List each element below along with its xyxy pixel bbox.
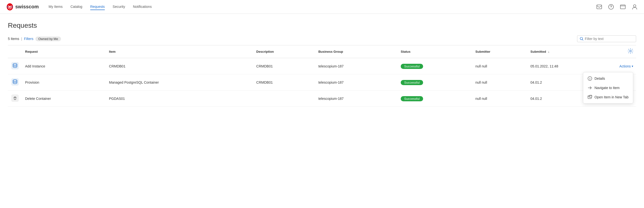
window-icon-button[interactable]: [620, 3, 626, 10]
mail-icon-button[interactable]: [596, 3, 603, 10]
row-item: Managed PostgreSQL Container: [106, 74, 253, 91]
row-business-group: telescopium-187: [315, 91, 398, 107]
nav-icon-group: [596, 3, 638, 10]
row-status: Successful: [398, 58, 472, 74]
page-title: Requests: [8, 22, 636, 29]
filter-text-input[interactable]: [585, 37, 634, 41]
dropdown-item-details[interactable]: Details: [583, 74, 633, 83]
row-business-group: telescopium-187: [315, 74, 398, 91]
svg-rect-11: [11, 62, 19, 69]
dropdown-item-navigate[interactable]: Navigate to Item: [583, 83, 633, 93]
row-request: Delete Container: [22, 91, 106, 107]
info-icon: [588, 76, 592, 81]
row-status: Successful: [398, 74, 472, 91]
table-settings-button[interactable]: [628, 48, 633, 55]
status-badge: Successful: [401, 96, 423, 101]
row-icon-cell: [8, 74, 22, 91]
row-submitter: null null: [472, 58, 528, 74]
nav-link-security[interactable]: Security: [113, 4, 125, 10]
svg-rect-23: [11, 95, 19, 102]
col-submitted[interactable]: Submitted ↓: [528, 45, 616, 58]
table-row: Delete Container PGDAS01 telescopium-187…: [8, 91, 636, 107]
status-badge: Successful: [401, 64, 423, 69]
user-icon: [632, 4, 637, 9]
svg-rect-19: [590, 95, 592, 97]
row-icon-cell: [8, 58, 22, 74]
svg-line-9: [582, 39, 583, 40]
nav-links: My Items Catalog Requests Security Notif…: [49, 4, 596, 10]
toolbar-left: 5 Items | Filters Owned by Me: [8, 37, 61, 41]
actions-dropdown-menu: Details Navigate to Item: [583, 72, 633, 104]
nav-link-notifications[interactable]: Notifications: [133, 4, 152, 10]
col-submitter[interactable]: Submitter: [472, 45, 528, 58]
help-icon: [608, 4, 614, 9]
arrow-right-icon: [588, 86, 592, 90]
status-badge: Successful: [401, 80, 423, 85]
col-settings: [616, 45, 636, 58]
logo: swisscom: [6, 3, 39, 11]
row-submitter: null null: [472, 74, 528, 91]
row-submitter: null null: [472, 91, 528, 107]
nav-link-my-items[interactable]: My Items: [49, 4, 63, 10]
row-description: CRMDB01: [253, 58, 315, 74]
db-icon: [11, 62, 19, 70]
nav-link-catalog[interactable]: Catalog: [70, 4, 82, 10]
window-icon: [620, 5, 626, 9]
logo-icon: [6, 3, 14, 11]
row-description: CRMDB01: [253, 74, 315, 91]
gear-icon: [628, 48, 633, 54]
page-content: Requests 5 Items | Filters Owned by Me R…: [0, 14, 644, 107]
row-business-group: telescopium-187: [315, 58, 398, 74]
svg-rect-5: [620, 5, 625, 9]
search-icon: [580, 37, 584, 41]
trash-icon: [11, 94, 19, 102]
table-row: Provision Managed PostgreSQL Container C…: [8, 74, 636, 91]
svg-point-4: [611, 7, 611, 8]
actions-button[interactable]: Actions ▾: [620, 64, 633, 68]
nav-bar: swisscom My Items Catalog Requests Secur…: [0, 0, 644, 14]
row-description: [253, 91, 315, 107]
help-icon-button[interactable]: [608, 3, 614, 10]
svg-rect-2: [597, 5, 602, 9]
svg-point-15: [590, 77, 590, 78]
nav-link-requests[interactable]: Requests: [90, 4, 105, 10]
svg-point-10: [630, 50, 632, 52]
toolbar: 5 Items | Filters Owned by Me: [8, 35, 636, 42]
filters-link[interactable]: Filters: [24, 37, 34, 41]
row-item: CRMDB01: [106, 58, 253, 74]
row-item: PGDAS01: [106, 91, 253, 107]
row-submitted: 05.01.2022, 11:48: [528, 58, 616, 74]
external-tab-icon: [588, 95, 592, 99]
col-business-group[interactable]: Business Group: [315, 45, 398, 58]
actions-dropdown-container: Actions ▾ Details: [620, 64, 633, 68]
row-request: Add Instance: [22, 58, 106, 74]
chevron-down-icon: ▾: [632, 65, 633, 68]
col-item[interactable]: Item: [106, 45, 253, 58]
filter-search-box: [577, 35, 636, 42]
col-icon: [8, 45, 22, 58]
col-status[interactable]: Status: [398, 45, 472, 58]
db-icon: [11, 78, 19, 86]
row-icon-cell: [8, 91, 22, 107]
requests-table: Request Item Description Business Group …: [8, 45, 636, 107]
row-request: Provision: [22, 74, 106, 91]
dropdown-item-open-tab[interactable]: Open Item in New Tab: [583, 93, 633, 102]
mail-icon: [596, 5, 602, 9]
logo-text: swisscom: [15, 4, 39, 9]
svg-rect-21: [11, 78, 19, 86]
user-icon-button[interactable]: [631, 3, 638, 10]
filter-badge[interactable]: Owned by Me: [36, 37, 61, 41]
col-description[interactable]: Description: [253, 45, 315, 58]
row-status: Successful: [398, 91, 472, 107]
table-row: Add Instance CRMDB01 CRMDB01 telescopium…: [8, 58, 636, 74]
col-request[interactable]: Request: [22, 45, 106, 58]
items-count: 5 Items: [8, 37, 19, 41]
row-actions-cell: Actions ▾ Details: [616, 58, 636, 74]
requests-table-wrapper: Request Item Description Business Group …: [8, 45, 636, 107]
table-header-row: Request Item Description Business Group …: [8, 45, 636, 58]
svg-point-1: [9, 6, 10, 8]
svg-point-7: [634, 5, 636, 7]
